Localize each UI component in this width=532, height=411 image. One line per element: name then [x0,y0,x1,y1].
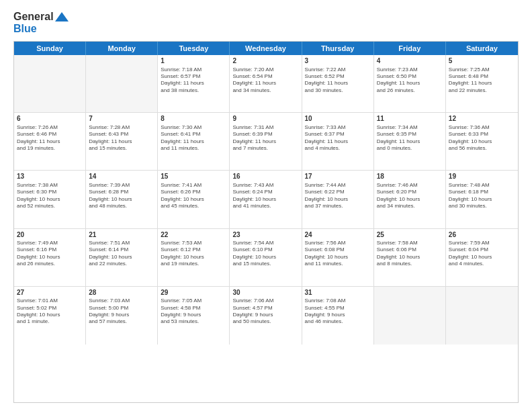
day-info: Sunrise: 7:54 AM Sunset: 6:10 PM Dayligh… [232,240,298,268]
day-info: Sunrise: 7:01 AM Sunset: 5:02 PM Dayligh… [17,298,83,326]
calendar-cell: 30Sunrise: 7:06 AM Sunset: 4:57 PM Dayli… [230,287,302,345]
weekday-header-monday: Monday [86,42,158,55]
day-info: Sunrise: 7:06 AM Sunset: 4:57 PM Dayligh… [232,298,298,326]
calendar-cell: 20Sunrise: 7:49 AM Sunset: 6:16 PM Dayli… [14,229,86,286]
day-number: 19 [449,172,515,181]
calendar-cell: 10Sunrise: 7:33 AM Sunset: 6:37 PM Dayli… [302,113,374,170]
calendar-page: General Blue SundayMondayTuesdayWednesda… [0,0,532,411]
day-number: 1 [161,56,226,66]
day-info: Sunrise: 7:03 AM Sunset: 5:00 PM Dayligh… [89,298,154,326]
day-number: 28 [89,288,154,298]
calendar-cell: 31Sunrise: 7:08 AM Sunset: 4:55 PM Dayli… [302,287,374,345]
calendar-week-4: 20Sunrise: 7:49 AM Sunset: 6:16 PM Dayli… [14,229,518,287]
calendar-cell: 9Sunrise: 7:31 AM Sunset: 6:39 PM Daylig… [230,113,302,170]
day-info: Sunrise: 7:39 AM Sunset: 6:28 PM Dayligh… [89,182,154,210]
svg-marker-0 [55,12,69,21]
day-info: Sunrise: 7:58 AM Sunset: 6:06 PM Dayligh… [377,240,443,268]
day-number: 16 [232,172,298,181]
day-info: Sunrise: 7:53 AM Sunset: 6:12 PM Dayligh… [161,240,226,268]
calendar-body: 1Sunrise: 7:18 AM Sunset: 6:57 PM Daylig… [14,55,518,402]
day-number: 17 [305,172,371,181]
day-number: 11 [377,114,443,124]
weekday-header-sunday: Sunday [14,42,86,55]
calendar-cell: 8Sunrise: 7:30 AM Sunset: 6:41 PM Daylig… [158,113,230,170]
day-number: 21 [89,230,154,240]
calendar-week-5: 27Sunrise: 7:01 AM Sunset: 5:02 PM Dayli… [14,287,518,345]
day-info: Sunrise: 7:26 AM Sunset: 6:46 PM Dayligh… [17,124,83,152]
calendar-cell: 4Sunrise: 7:23 AM Sunset: 6:50 PM Daylig… [374,55,446,112]
calendar-cell: 12Sunrise: 7:36 AM Sunset: 6:33 PM Dayli… [446,113,518,170]
calendar-cell: 1Sunrise: 7:18 AM Sunset: 6:57 PM Daylig… [158,55,230,112]
weekday-header-saturday: Saturday [446,42,518,55]
page-header: General Blue [13,11,519,34]
day-number: 3 [305,56,371,66]
calendar-cell: 5Sunrise: 7:25 AM Sunset: 6:48 PM Daylig… [446,55,518,112]
day-info: Sunrise: 7:48 AM Sunset: 6:18 PM Dayligh… [449,182,515,210]
day-number: 25 [377,230,443,240]
day-number: 20 [17,230,83,240]
calendar-cell: 2Sunrise: 7:20 AM Sunset: 6:54 PM Daylig… [230,55,302,112]
calendar-week-1: 1Sunrise: 7:18 AM Sunset: 6:57 PM Daylig… [14,55,518,113]
day-info: Sunrise: 7:41 AM Sunset: 6:26 PM Dayligh… [161,182,226,210]
day-number: 27 [17,288,83,298]
weekday-header-friday: Friday [374,42,446,55]
calendar-cell: 14Sunrise: 7:39 AM Sunset: 6:28 PM Dayli… [86,171,158,228]
calendar-cell: 25Sunrise: 7:58 AM Sunset: 6:06 PM Dayli… [374,229,446,286]
calendar-cell: 15Sunrise: 7:41 AM Sunset: 6:26 PM Dayli… [158,171,230,228]
calendar-cell: 3Sunrise: 7:22 AM Sunset: 6:52 PM Daylig… [302,55,374,112]
day-number: 30 [232,288,298,298]
day-info: Sunrise: 7:44 AM Sunset: 6:22 PM Dayligh… [305,182,371,210]
calendar-cell: 19Sunrise: 7:48 AM Sunset: 6:18 PM Dayli… [446,171,518,228]
calendar-cell [86,55,158,112]
logo-chevron-icon [55,12,69,21]
calendar-cell [446,287,518,345]
calendar-cell: 13Sunrise: 7:38 AM Sunset: 6:30 PM Dayli… [14,171,86,228]
calendar-cell: 21Sunrise: 7:51 AM Sunset: 6:14 PM Dayli… [86,229,158,286]
calendar-cell: 23Sunrise: 7:54 AM Sunset: 6:10 PM Dayli… [230,229,302,286]
day-number: 10 [305,114,371,124]
day-info: Sunrise: 7:49 AM Sunset: 6:16 PM Dayligh… [17,240,83,268]
calendar-header: SundayMondayTuesdayWednesdayThursdayFrid… [14,42,518,55]
day-info: Sunrise: 7:43 AM Sunset: 6:24 PM Dayligh… [232,182,298,210]
day-number: 9 [232,114,298,124]
day-info: Sunrise: 7:34 AM Sunset: 6:35 PM Dayligh… [377,124,443,152]
day-info: Sunrise: 7:23 AM Sunset: 6:50 PM Dayligh… [377,66,443,95]
weekday-header-wednesday: Wednesday [230,42,302,55]
day-info: Sunrise: 7:51 AM Sunset: 6:14 PM Dayligh… [89,240,154,268]
day-info: Sunrise: 7:22 AM Sunset: 6:52 PM Dayligh… [305,66,371,95]
day-number: 22 [161,230,226,240]
day-info: Sunrise: 7:36 AM Sunset: 6:33 PM Dayligh… [449,124,515,152]
day-info: Sunrise: 7:05 AM Sunset: 4:58 PM Dayligh… [161,298,226,326]
day-info: Sunrise: 7:31 AM Sunset: 6:39 PM Dayligh… [232,124,298,152]
day-info: Sunrise: 7:56 AM Sunset: 6:08 PM Dayligh… [305,240,371,268]
day-number: 6 [17,114,83,124]
day-number: 2 [232,56,298,66]
weekday-header-tuesday: Tuesday [158,42,230,55]
day-info: Sunrise: 7:25 AM Sunset: 6:48 PM Dayligh… [449,66,515,95]
day-info: Sunrise: 7:46 AM Sunset: 6:20 PM Dayligh… [377,182,443,210]
calendar-week-2: 6Sunrise: 7:26 AM Sunset: 6:46 PM Daylig… [14,113,518,171]
day-number: 24 [305,230,371,240]
day-info: Sunrise: 7:18 AM Sunset: 6:57 PM Dayligh… [161,66,226,95]
calendar-cell: 11Sunrise: 7:34 AM Sunset: 6:35 PM Dayli… [374,113,446,170]
day-number: 31 [305,288,371,298]
calendar-cell [14,55,86,112]
logo: General Blue [13,11,69,34]
weekday-header-thursday: Thursday [302,42,374,55]
calendar-cell [374,287,446,345]
day-number: 26 [449,230,515,240]
day-number: 5 [449,56,515,66]
calendar-cell: 7Sunrise: 7:28 AM Sunset: 6:43 PM Daylig… [86,113,158,170]
calendar-cell: 18Sunrise: 7:46 AM Sunset: 6:20 PM Dayli… [374,171,446,228]
day-info: Sunrise: 7:38 AM Sunset: 6:30 PM Dayligh… [17,182,83,210]
calendar-week-3: 13Sunrise: 7:38 AM Sunset: 6:30 PM Dayli… [14,171,518,228]
day-number: 23 [232,230,298,240]
day-info: Sunrise: 7:20 AM Sunset: 6:54 PM Dayligh… [232,66,298,95]
calendar-cell: 24Sunrise: 7:56 AM Sunset: 6:08 PM Dayli… [302,229,374,286]
logo-text: General Blue [13,11,69,34]
day-number: 18 [377,172,443,181]
day-number: 13 [17,172,83,181]
day-number: 7 [89,114,154,124]
day-info: Sunrise: 7:33 AM Sunset: 6:37 PM Dayligh… [305,124,371,152]
day-number: 15 [161,172,226,181]
